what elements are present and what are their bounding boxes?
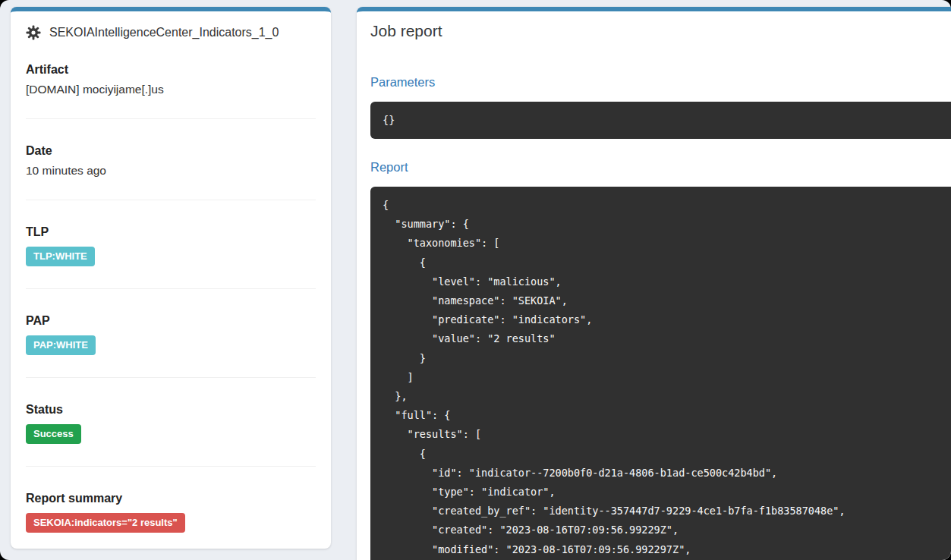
analyzer-header: SEKOIAIntelligenceCenter_Indicators_1_0 <box>11 11 331 40</box>
status-label: Status <box>26 403 316 417</box>
tlp-badge: TLP:WHITE <box>26 247 95 266</box>
artifact-label: Artifact <box>26 63 316 77</box>
pap-badge: PAP:WHITE <box>26 335 96 355</box>
job-report-card: Job report Parameters {} Report { "summa… <box>357 7 951 560</box>
parameters-code-block: {} <box>370 102 951 139</box>
section-tlp: TLP TLP:WHITE <box>26 200 316 288</box>
gear-icon <box>26 25 41 40</box>
status-badge: Success <box>26 424 81 444</box>
section-status: Status Success <box>26 377 316 466</box>
section-pap: PAP PAP:WHITE <box>26 288 316 377</box>
date-value: 10 minutes ago <box>26 164 316 178</box>
page-title: Job report <box>370 22 951 40</box>
date-label: Date <box>26 144 316 158</box>
page-background: SEKOIAIntelligenceCenter_Indicators_1_0 … <box>0 0 951 560</box>
report-summary-badge: SEKOIA:indicators="2 results" <box>26 513 185 533</box>
artifact-value: [DOMAIN] mociyijame[.]us <box>26 83 316 96</box>
report-heading[interactable]: Report <box>370 159 951 175</box>
parameters-heading[interactable]: Parameters <box>370 74 951 90</box>
report-summary-label: Report summary <box>26 492 316 505</box>
section-report-summary: Report summary SEKOIA:indicators="2 resu… <box>26 466 316 555</box>
pap-label: PAP <box>26 314 316 328</box>
section-artifact: Artifact [DOMAIN] mociyijame[.]us <box>26 40 316 118</box>
section-date: Date 10 minutes ago <box>26 118 316 200</box>
analyzer-name: SEKOIAIntelligenceCenter_Indicators_1_0 <box>49 26 279 39</box>
report-code-block: { "summary": { "taxonomies": [ { "level"… <box>370 187 951 560</box>
job-summary-card: SEKOIAIntelligenceCenter_Indicators_1_0 … <box>11 7 331 549</box>
tlp-label: TLP <box>26 225 316 239</box>
